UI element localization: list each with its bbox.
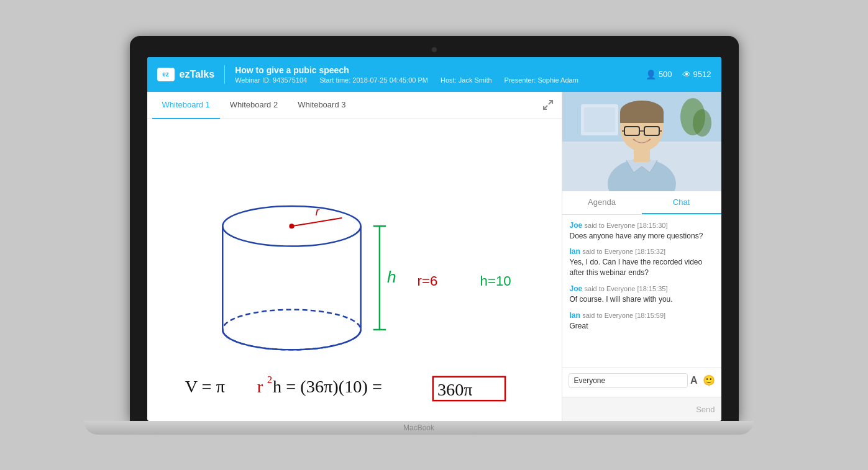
emoji-icon[interactable]: 🙂 xyxy=(703,374,715,386)
svg-rect-24 xyxy=(584,107,615,132)
tab-whiteboard-1[interactable]: Whiteboard 1 xyxy=(152,92,220,119)
said-to: said to Everyone [18:15:35] xyxy=(585,285,668,292)
chat-message: Joe said to Everyone [18:15:35] Of cours… xyxy=(570,284,714,305)
message-text: Of course. I will share with you. xyxy=(570,294,714,305)
panel-tabs: Agenda Chat xyxy=(562,191,721,215)
message-text: Great xyxy=(570,321,714,332)
svg-rect-34 xyxy=(634,150,650,162)
svg-line-6 xyxy=(291,218,342,226)
logo-area: ez ezTalks xyxy=(157,68,215,81)
whiteboard-area: Whiteboard 1 Whiteboard 2 Whiteboard 3 xyxy=(147,92,562,421)
svg-text:r=6: r=6 xyxy=(417,273,437,289)
screen: ez ezTalks How to give a pubic speech We… xyxy=(147,57,721,421)
send-button[interactable]: Send xyxy=(696,405,715,414)
svg-text:h = (36π)(10) =: h = (36π)(10) = xyxy=(273,377,382,396)
expand-button[interactable] xyxy=(539,96,557,114)
tab-whiteboard-3[interactable]: Whiteboard 3 xyxy=(288,92,355,119)
chat-icons: A 🙂 xyxy=(690,374,715,386)
camera xyxy=(432,47,437,52)
said-to: said to Everyone [18:15:59] xyxy=(582,312,665,319)
header-stats: 👤 500 👁 9512 xyxy=(646,70,711,79)
svg-text:360π: 360π xyxy=(437,380,472,399)
svg-text:r: r xyxy=(315,206,319,218)
attendees-count: 500 xyxy=(659,70,672,79)
sender-joe: Joe xyxy=(570,221,583,230)
chat-input-area: Everyone A 🙂 xyxy=(562,368,721,397)
logo-icon: ez xyxy=(157,68,175,81)
message-text: Yes, I do. Can I have the recorded video… xyxy=(570,257,714,278)
viewers-count: 9512 xyxy=(693,70,711,79)
presenter: Presenter: Sophie Adam xyxy=(505,76,578,84)
sender-ian: Ian xyxy=(570,247,580,256)
laptop-wrapper: ez ezTalks How to give a pubic speech We… xyxy=(130,36,739,435)
chat-message: Ian said to Everyone [18:15:59] Great xyxy=(570,311,714,332)
svg-text:h=10: h=10 xyxy=(480,273,511,289)
tab-agenda[interactable]: Agenda xyxy=(562,191,642,214)
font-icon[interactable]: A xyxy=(690,375,698,386)
svg-point-7 xyxy=(289,224,294,228)
app-header: ez ezTalks How to give a pubic speech We… xyxy=(147,57,721,92)
chat-send-area: Send xyxy=(562,397,721,421)
svg-point-36 xyxy=(693,109,711,137)
chat-message: Ian said to Everyone [18:15:32] Yes, I d… xyxy=(570,247,714,278)
start-time: Start time: 2018-07-25 04:45:00 PM xyxy=(319,76,428,84)
sender-joe: Joe xyxy=(570,284,583,293)
header-divider xyxy=(224,65,225,84)
person-icon: 👤 xyxy=(646,70,656,79)
recipient-select[interactable]: Everyone xyxy=(569,373,688,388)
tabs-bar: Whiteboard 1 Whiteboard 2 Whiteboard 3 xyxy=(147,92,562,119)
logo-text: ezTalks xyxy=(180,69,215,80)
svg-rect-27 xyxy=(620,112,664,123)
eye-icon: 👁 xyxy=(682,70,691,79)
sender-ian: Ian xyxy=(570,311,580,320)
webinar-id-label: Webinar ID: 943575104 xyxy=(235,76,307,84)
host: Host: Jack Smith xyxy=(441,76,492,84)
svg-text:h: h xyxy=(387,268,396,286)
chat-messages: Joe said to Everyone [18:15:30] Does any… xyxy=(562,215,721,368)
whiteboard-canvas: r h r=6 h=10 V = π r xyxy=(147,119,562,421)
message-text: Does anyone have any more questions? xyxy=(570,231,714,242)
viewers-stat: 👁 9512 xyxy=(682,70,711,79)
header-info: How to give a pubic speech Webinar ID: 9… xyxy=(235,65,646,84)
svg-text:V = π: V = π xyxy=(185,377,224,396)
header-title: How to give a pubic speech xyxy=(235,65,646,75)
chat-recipient: Everyone A 🙂 xyxy=(569,373,715,388)
tab-whiteboard-2[interactable]: Whiteboard 2 xyxy=(220,92,288,119)
chat-message: Joe said to Everyone [18:15:30] Does any… xyxy=(570,221,714,242)
main-content: Whiteboard 1 Whiteboard 2 Whiteboard 3 xyxy=(147,92,721,421)
presenter-video xyxy=(562,92,721,191)
laptop-screen-frame: ez ezTalks How to give a pubic speech We… xyxy=(130,36,739,421)
attendees-stat: 👤 500 xyxy=(646,70,672,79)
svg-text:2: 2 xyxy=(267,374,272,384)
header-meta: Webinar ID: 943575104 Start time: 2018-0… xyxy=(235,76,646,84)
tab-chat[interactable]: Chat xyxy=(642,191,721,214)
said-to: said to Everyone [18:15:32] xyxy=(582,248,665,255)
laptop-base xyxy=(84,421,754,435)
svg-text:r: r xyxy=(257,377,263,396)
said-to: said to Everyone [18:15:30] xyxy=(585,222,668,229)
right-panel: Agenda Chat Joe said to Everyone [18:15:… xyxy=(562,92,721,421)
